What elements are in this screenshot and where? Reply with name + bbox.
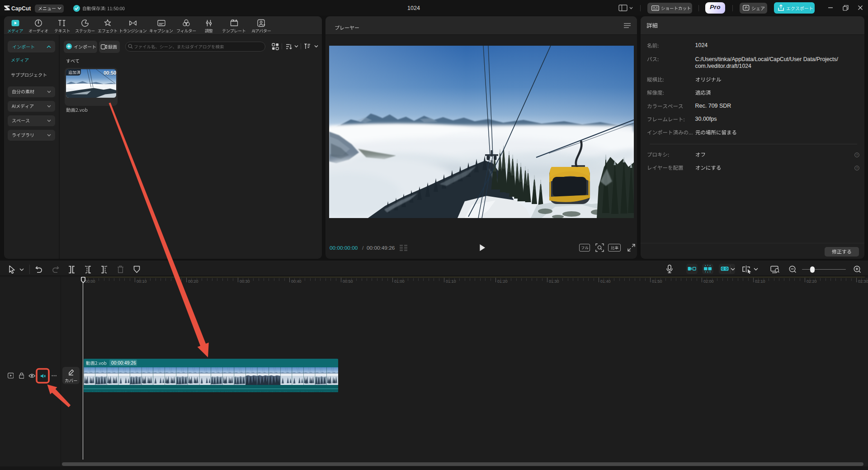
svg-text:?: ? [856, 153, 858, 156]
svg-text:?: ? [856, 166, 858, 170]
svg-text:02:30: 02:30 [858, 279, 868, 284]
